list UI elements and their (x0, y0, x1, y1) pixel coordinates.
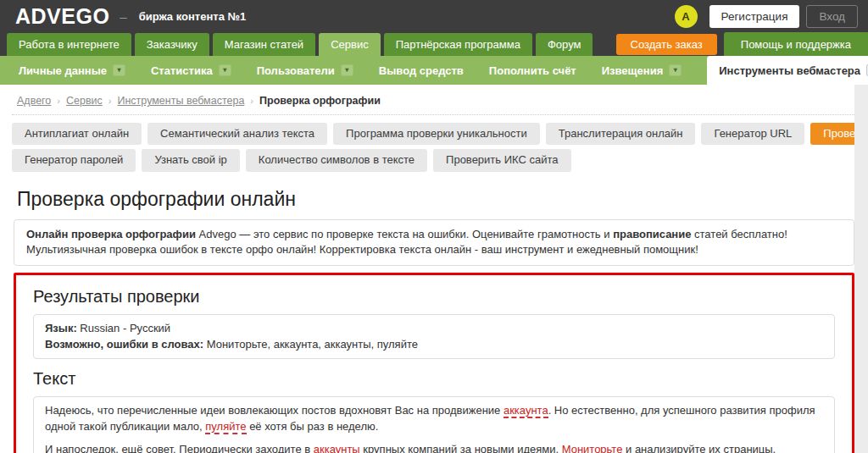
tool-uniqueness-checker[interactable]: Программа проверки уникальности (333, 123, 540, 145)
nav-tab-article-store[interactable]: Магазин статей (213, 33, 315, 56)
tool-char-count[interactable]: Количество символов в тексте (246, 149, 427, 171)
language-line: Язык: Russian - Русский (45, 321, 823, 336)
misspelled-word[interactable]: аккаунта (504, 404, 548, 418)
text-segment: Надеюсь, что перечисленные идеи вовлекаю… (45, 404, 504, 417)
service-description: Онлайн проверка орфографии Advego — это … (14, 219, 854, 267)
tool-iks-check[interactable]: Проверить ИКС сайта (433, 149, 570, 171)
subnav-withdraw[interactable]: Вывод средств (379, 56, 464, 85)
subnav-label: Вывод средств (379, 64, 464, 77)
subnav-notifications[interactable]: Извещения ▾ (602, 56, 682, 85)
sub-nav: Личные данные ▾ Статистика ▾ Пользовател… (0, 56, 868, 85)
login-button[interactable]: Вход (806, 5, 858, 28)
breadcrumb: Адвего › Сервис › Инструменты вебмастера… (0, 85, 868, 114)
nav-tab-work[interactable]: Работа в интернете (7, 33, 131, 56)
errors-line: Возможно, ошибки в словах: Мониторьте, а… (45, 337, 823, 352)
text-segment: её хотя бы раз в неделю. (247, 420, 379, 433)
advego-logo[interactable]: ADVEGO (15, 4, 109, 29)
language-label: Язык: (45, 322, 77, 334)
chevron-down-icon[interactable]: ▾ (669, 64, 682, 76)
subnav-webmaster-tools[interactable]: Инструменты вебмастера ▾ (707, 56, 868, 85)
tools-panel: Антиплагиат онлайн Семантический анализ … (0, 115, 868, 178)
logo-dash: – (120, 9, 126, 24)
tool-url-generator[interactable]: Генератор URL (701, 123, 804, 145)
text-paragraph: Надеюсь, что перечисленные идеи вовлекаю… (45, 403, 823, 434)
tool-transliteration[interactable]: Транслитерация онлайн (546, 123, 696, 145)
top-header-bar: ADVEGO – биржа контента №1 A Регистрация… (0, 0, 868, 32)
subnav-label: Инструменты вебмастера (719, 64, 860, 77)
nav-tab-customer[interactable]: Заказчику (135, 33, 209, 56)
subnav-label: Пользователи (257, 64, 335, 77)
text-heading: Текст (33, 369, 835, 389)
errors-value: Мониторьте, аккаунта, аккаунты, пуляйте (203, 338, 418, 351)
language-value: Russian - Русский (77, 322, 170, 334)
register-button[interactable]: Регистрация (709, 5, 800, 28)
advego-avatar-icon[interactable]: A (675, 5, 698, 28)
tool-password-generator[interactable]: Генератор паролей (12, 149, 136, 171)
help-support-button[interactable]: Помощь и поддержка (724, 32, 868, 56)
site-tagline: биржа контента №1 (139, 10, 247, 23)
nav-tab-service[interactable]: Сервис (319, 33, 381, 56)
nav-tab-partner-program[interactable]: Партнёрская программа (384, 33, 532, 56)
subnav-label: Пополнить счёт (489, 64, 576, 77)
misspelled-word[interactable]: пуляйте (205, 420, 246, 434)
subnav-personal-data[interactable]: Личные данные ▾ (19, 56, 125, 85)
tool-antiplagiat[interactable]: Антиплагиат онлайн (12, 123, 142, 145)
breadcrumb-separator: › (57, 96, 60, 106)
create-order-button[interactable]: Создать заказ (616, 34, 717, 55)
description-segment: Advego — это сервис по проверке текста н… (196, 228, 613, 240)
errors-label: Возможно, ошибки в словах: (45, 338, 203, 351)
subnav-label: Извещения (602, 64, 663, 77)
subnav-statistics[interactable]: Статистика ▾ (151, 56, 231, 85)
breadcrumb-current: Проверка орфографии (259, 95, 381, 107)
misspelled-word[interactable]: аккаунты (314, 443, 360, 453)
text-segment: И напоследок, ещё совет. Периодически за… (45, 443, 314, 453)
misspelled-word[interactable]: Мониторьте (562, 443, 623, 453)
text-paragraph: И напоследок, ещё совет. Периодически за… (45, 442, 823, 453)
chevron-down-icon[interactable]: ▾ (341, 64, 353, 76)
subnav-label: Статистика (151, 64, 213, 77)
breadcrumb-link-webmaster-tools[interactable]: Инструменты вебмастера (117, 95, 244, 107)
description-segment: Онлайн проверка орфографии (26, 228, 196, 240)
main-nav: Работа в интернете Заказчику Магазин ста… (0, 32, 868, 56)
nav-tab-forum[interactable]: Форум (536, 33, 593, 56)
check-results-frame: Результаты проверки Язык: Russian - Русс… (14, 273, 854, 453)
breadcrumb-separator: › (108, 96, 112, 106)
breadcrumb-link-advego[interactable]: Адвего (17, 95, 51, 107)
subnav-label: Личные данные (19, 64, 107, 77)
chevron-down-icon[interactable]: ▾ (113, 64, 125, 76)
tools-row-1: Антиплагиат онлайн Семантический анализ … (12, 123, 856, 145)
tool-semantic-analysis[interactable]: Семантический анализ текста (147, 123, 327, 145)
checked-text-box: Надеюсь, что перечисленные идеи вовлекаю… (33, 396, 835, 453)
tools-row-2: Генератор паролей Узнать свой ip Количес… (12, 149, 856, 171)
results-heading: Результаты проверки (33, 287, 835, 307)
breadcrumb-link-service[interactable]: Сервис (66, 95, 103, 107)
page-title: Проверка орфографии онлайн (17, 188, 868, 211)
subnav-users[interactable]: Пользователи ▾ (257, 56, 353, 85)
description-segment: правописание (613, 228, 691, 240)
subnav-top-up[interactable]: Пополнить счёт (489, 56, 576, 85)
breadcrumb-separator: › (250, 96, 253, 106)
tool-my-ip[interactable]: Узнать свой ip (142, 149, 239, 171)
chevron-down-icon[interactable]: ▾ (219, 64, 231, 76)
results-summary-box: Язык: Russian - Русский Возможно, ошибки… (33, 314, 835, 359)
text-segment: крупных компаний за новыми идеями. (360, 443, 562, 453)
scrollbar-track[interactable] (854, 85, 868, 453)
